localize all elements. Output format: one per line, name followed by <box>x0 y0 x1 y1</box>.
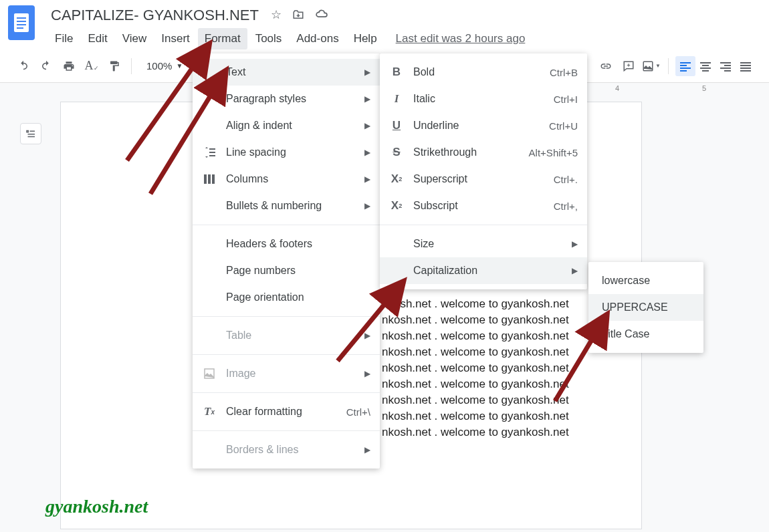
menu-help[interactable]: Help <box>347 28 384 49</box>
menu-item-image: Image▶ <box>193 360 380 387</box>
menu-item-page-orientation[interactable]: Page orientation <box>193 284 380 311</box>
star-icon[interactable]: ☆ <box>271 7 282 24</box>
svg-rect-23 <box>212 174 215 184</box>
format-menu-popup: Text ▶ Paragraph styles▶ Align & indent▶… <box>193 53 380 469</box>
zoom-select[interactable]: 100% ▼ <box>138 60 191 72</box>
menu-item-paragraph-styles[interactable]: Paragraph styles▶ <box>193 86 380 112</box>
redo-icon[interactable] <box>36 56 56 76</box>
svg-rect-15 <box>740 68 751 69</box>
italic-icon: I <box>389 92 404 106</box>
svg-rect-13 <box>740 62 751 63</box>
comment-icon[interactable] <box>619 56 639 76</box>
menu-view[interactable]: View <box>116 28 154 49</box>
menu-item-align-indent[interactable]: Align & indent▶ <box>193 112 380 139</box>
menu-item-borders-lines: Borders & lines▶ <box>193 436 380 463</box>
menu-item-lowercase[interactable]: lowercase <box>588 267 703 294</box>
print-icon[interactable] <box>59 56 79 76</box>
svg-rect-8 <box>702 70 709 72</box>
spellcheck-icon[interactable]: A✓ <box>82 56 102 76</box>
document-text[interactable]: nkosh.net . welcome to gyankosh.net nkos… <box>382 296 569 440</box>
outline-icon[interactable] <box>20 123 41 144</box>
menu-addons[interactable]: Add-ons <box>290 28 345 49</box>
svg-rect-22 <box>208 174 211 184</box>
menu-bar: File Edit View Insert Format Tools Add-o… <box>48 28 761 49</box>
svg-rect-11 <box>720 68 731 69</box>
paint-format-icon[interactable] <box>104 56 124 76</box>
chevron-down-icon: ▼ <box>176 62 183 70</box>
menu-item-headers-footers[interactable]: Headers & footers <box>193 231 380 257</box>
document-title[interactable]: CAPITALIZE- GYANKOSH.NET <box>48 5 261 25</box>
svg-rect-6 <box>702 65 709 66</box>
svg-rect-14 <box>740 65 751 66</box>
svg-rect-2 <box>680 65 687 66</box>
menu-item-size[interactable]: Size▶ <box>380 231 587 257</box>
menu-format[interactable]: Format <box>198 28 247 49</box>
menu-item-titlecase[interactable]: Title Case <box>588 321 703 348</box>
svg-rect-16 <box>740 70 751 72</box>
svg-rect-10 <box>724 65 731 66</box>
underline-icon: U <box>389 119 404 132</box>
svg-rect-12 <box>724 70 731 72</box>
bold-icon: B <box>389 65 404 79</box>
last-edit-link[interactable]: Last edit was 2 hours ago <box>396 32 526 45</box>
clear-format-icon: Tx <box>202 405 217 418</box>
cloud-status-icon[interactable] <box>315 7 328 24</box>
menu-item-columns[interactable]: Columns▶ <box>193 166 380 192</box>
chevron-right-icon: ▶ <box>364 68 370 77</box>
svg-rect-5 <box>700 62 711 63</box>
docs-logo-icon[interactable] <box>8 5 35 40</box>
menu-item-line-spacing[interactable]: Line spacing▶ <box>193 139 380 166</box>
svg-rect-1 <box>680 62 691 63</box>
image-icon[interactable]: ▼ <box>641 56 661 76</box>
menu-item-subscript[interactable]: X2 SubscriptCtrl+, <box>380 192 587 219</box>
menu-item-capitalization[interactable]: Capitalization▶ <box>380 257 587 284</box>
menu-item-italic[interactable]: I ItalicCtrl+I <box>380 86 587 112</box>
watermark: gyankosh.net <box>45 496 148 517</box>
menu-item-table: Table▶ <box>193 322 380 349</box>
menu-insert[interactable]: Insert <box>154 28 197 49</box>
capitalization-menu-popup: lowercase UPPERCASE Title Case <box>588 262 703 353</box>
text-menu-popup: B BoldCtrl+B I ItalicCtrl+I U UnderlineC… <box>380 53 587 289</box>
subscript-icon: X2 <box>389 199 404 213</box>
align-center-icon[interactable] <box>695 56 716 76</box>
svg-rect-7 <box>700 68 711 69</box>
menu-item-bold[interactable]: B BoldCtrl+B <box>380 59 587 86</box>
menu-item-superscript[interactable]: X2 SuperscriptCtrl+. <box>380 166 587 192</box>
menu-item-uppercase[interactable]: UPPERCASE <box>588 294 703 321</box>
svg-rect-4 <box>680 70 687 72</box>
undo-icon[interactable] <box>13 56 33 76</box>
link-icon[interactable] <box>596 56 616 76</box>
menu-item-bullets-numbering[interactable]: Bullets & numbering▶ <box>193 192 380 219</box>
align-left-icon[interactable] <box>675 56 695 76</box>
svg-rect-3 <box>680 68 691 69</box>
image-icon <box>202 368 217 380</box>
move-icon[interactable] <box>292 9 304 25</box>
line-spacing-icon <box>202 146 217 158</box>
strikethrough-icon: S <box>389 146 404 159</box>
svg-rect-21 <box>204 174 207 184</box>
menu-edit[interactable]: Edit <box>81 28 114 49</box>
app-header: CAPITALIZE- GYANKOSH.NET ☆ File Edit Vie… <box>0 0 769 49</box>
svg-rect-9 <box>720 62 731 63</box>
menu-item-page-numbers[interactable]: Page numbers <box>193 257 380 284</box>
menu-item-strikethrough[interactable]: S StrikethroughAlt+Shift+5 <box>380 139 587 166</box>
menu-item-underline[interactable]: U UnderlineCtrl+U <box>380 112 587 139</box>
align-justify-icon[interactable] <box>736 56 756 76</box>
menu-tools[interactable]: Tools <box>249 28 289 49</box>
menu-file[interactable]: File <box>48 28 80 49</box>
svg-rect-17 <box>27 131 28 132</box>
menu-item-text[interactable]: Text ▶ <box>193 59 380 86</box>
menu-item-clear-formatting[interactable]: Tx Clear formatting Ctrl+\ <box>193 398 380 425</box>
columns-icon <box>202 173 217 185</box>
align-right-icon[interactable] <box>716 56 736 76</box>
superscript-icon: X2 <box>389 172 404 186</box>
